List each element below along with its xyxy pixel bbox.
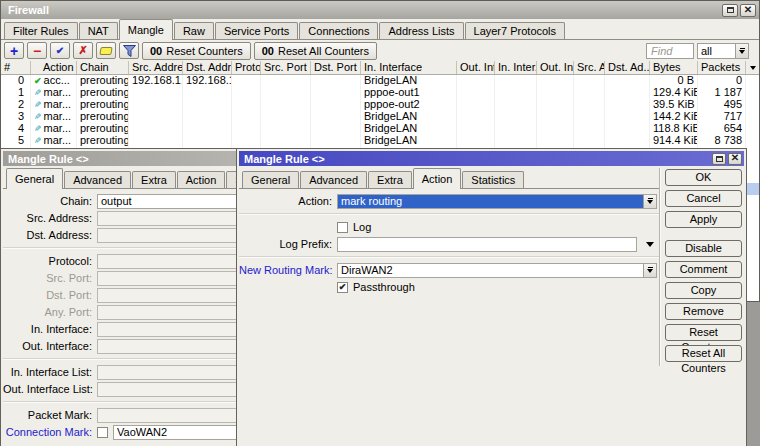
- tab-layer7-protocols[interactable]: Layer7 Protocols: [465, 22, 566, 39]
- dialog-buttons: OKCancelApplyDisableCommentCopyRemoveRes…: [661, 166, 744, 366]
- table-row[interactable]: 4✎mar...preroutingBridgeLAN118.8 KiB654: [1, 123, 759, 135]
- connection-mark-checkbox[interactable]: [97, 427, 108, 438]
- log-checkbox[interactable]: [337, 222, 348, 233]
- find-input[interactable]: [646, 43, 694, 59]
- action-text: mar...: [44, 135, 72, 146]
- maximize-button[interactable]: [712, 153, 726, 165]
- column-header-in-interface[interactable]: In. Interface: [361, 61, 457, 74]
- src-port-label: Src. Port:: [3, 272, 97, 284]
- tab-general[interactable]: General: [6, 168, 63, 189]
- column-header-in-inter[interactable]: In. Inter...: [495, 61, 537, 74]
- tab-extra[interactable]: Extra: [368, 171, 412, 188]
- accept-icon: ✔: [34, 77, 42, 86]
- action-label: Action:: [239, 195, 337, 207]
- tab-advanced[interactable]: Advanced: [300, 171, 367, 188]
- reset-all-counters-label: Reset All Counters: [278, 45, 369, 57]
- tab-advanced[interactable]: Advanced: [64, 171, 131, 188]
- column-header-dst-address[interactable]: Dst. Address: [183, 61, 232, 74]
- out-interface-list-label: Out. Interface List:: [3, 383, 97, 395]
- reset-counters-button[interactable]: Reset Counters: [665, 324, 742, 341]
- column-header-[interactable]: #: [1, 61, 31, 74]
- divider: [239, 256, 659, 258]
- tab-filter-rules[interactable]: Filter Rules: [4, 22, 78, 39]
- column-header-src-address[interactable]: Src. Address: [129, 61, 183, 74]
- dropdown-icon[interactable]: [643, 195, 656, 208]
- disable-icon: ✗: [78, 44, 87, 57]
- comment-button[interactable]: Comment: [665, 261, 742, 278]
- column-header-bytes[interactable]: Bytes: [650, 61, 698, 74]
- maximize-icon: [727, 7, 734, 13]
- maximize-button[interactable]: [722, 4, 738, 17]
- column-header-chain[interactable]: Chain: [77, 61, 129, 74]
- dropdown-icon[interactable]: [735, 44, 748, 58]
- comment-button[interactable]: [96, 42, 116, 59]
- column-header-proto[interactable]: Proto...: [232, 61, 261, 74]
- firewall-titlebar: Firewall ✕: [1, 1, 759, 19]
- column-header-src-ad[interactable]: Src. Ad...: [574, 61, 605, 74]
- new-routing-mark-value: DiraWAN2: [338, 264, 643, 277]
- table-row[interactable]: 1✎mar...preroutingpppoe-out1129.4 KiB1 1…: [1, 87, 759, 99]
- tab-service-ports[interactable]: Service Ports: [215, 22, 298, 39]
- column-header-out-int[interactable]: Out. Int...: [457, 61, 495, 74]
- tab-general[interactable]: General: [242, 171, 299, 188]
- passthrough-checkbox[interactable]: ✔: [337, 282, 348, 293]
- apply-button[interactable]: Apply: [665, 211, 742, 228]
- table-row[interactable]: 5✎mar...preroutingBridgeLAN914.4 KiB8 73…: [1, 135, 759, 147]
- mark-icon: ✎: [34, 101, 42, 110]
- column-header-dst-port[interactable]: Dst. Port: [311, 61, 361, 74]
- chevron-down-icon[interactable]: [646, 242, 654, 247]
- action-select[interactable]: mark routing: [337, 194, 657, 209]
- add-icon: +: [10, 44, 18, 58]
- disable-button[interactable]: Disable: [665, 240, 742, 257]
- column-header-packets[interactable]: Packets: [698, 61, 746, 74]
- add-button[interactable]: +: [4, 42, 24, 59]
- mark-icon: ✎: [34, 125, 42, 134]
- maximize-icon: [716, 156, 723, 162]
- copy-button[interactable]: Copy: [665, 282, 742, 299]
- log-label: Log: [353, 221, 371, 233]
- column-header-dst-ad[interactable]: Dst. Ad...: [605, 61, 650, 74]
- new-routing-mark-select[interactable]: DiraWAN2: [337, 263, 657, 278]
- column-header-src-port[interactable]: Src. Port: [261, 61, 311, 74]
- filter-button[interactable]: [119, 42, 139, 59]
- tab-mangle[interactable]: Mangle: [119, 19, 173, 40]
- dialog-form: GeneralAdvancedExtraActionStatistics Act…: [239, 166, 659, 366]
- tab-action[interactable]: Action: [177, 171, 226, 188]
- reset-counters-button[interactable]: 00 Reset Counters: [142, 42, 251, 60]
- ok-button[interactable]: OK: [665, 169, 742, 186]
- filter-scope-select[interactable]: all: [697, 43, 749, 59]
- any-port-label: Any. Port:: [3, 306, 97, 318]
- enable-button[interactable]: ✔: [50, 42, 70, 59]
- cancel-button[interactable]: Cancel: [665, 190, 742, 207]
- dialog-title: Mangle Rule <>: [8, 153, 89, 165]
- reset-all-counters-button[interactable]: 00 Reset All Counters: [254, 42, 377, 60]
- tab-extra[interactable]: Extra: [132, 171, 176, 188]
- reset-all-counters-button[interactable]: Reset All Counters: [665, 345, 742, 362]
- tab-statistics[interactable]: Statistics: [462, 171, 524, 188]
- column-filter-button[interactable]: [746, 61, 759, 74]
- tab-nat[interactable]: NAT: [79, 22, 118, 39]
- log-prefix-value: [338, 238, 636, 251]
- tab-raw[interactable]: Raw: [174, 22, 214, 39]
- remove-button[interactable]: Remove: [665, 303, 742, 320]
- tab-connections[interactable]: Connections: [299, 22, 378, 39]
- disable-button[interactable]: ✗: [73, 42, 93, 59]
- table-row[interactable]: 0✔acc...prerouting192.168.1....192.168.1…: [1, 75, 759, 87]
- table-row[interactable]: 3✎mar...preroutingBridgeLAN144.2 KiB717: [1, 111, 759, 123]
- table-row[interactable]: 2✎mar...preroutingpppoe-out239.5 KiB495: [1, 99, 759, 111]
- column-header-action[interactable]: Action: [31, 61, 77, 74]
- reset-counters-label: Reset Counters: [166, 45, 242, 57]
- dropdown-icon[interactable]: [643, 264, 656, 277]
- action-text: mar...: [44, 99, 72, 110]
- close-button[interactable]: ✕: [740, 4, 756, 17]
- close-button[interactable]: ✕: [728, 153, 742, 165]
- remove-button[interactable]: −: [27, 42, 47, 59]
- tab-action[interactable]: Action: [413, 168, 462, 189]
- packet-mark-label: Packet Mark:: [3, 409, 97, 421]
- enable-icon: ✔: [56, 45, 64, 56]
- passthrough-label: Passthrough: [353, 281, 415, 293]
- column-header-out-int[interactable]: Out. Int...: [537, 61, 574, 74]
- tab-address-lists[interactable]: Address Lists: [379, 22, 463, 39]
- log-prefix-input[interactable]: [337, 237, 637, 252]
- table-header: #ActionChainSrc. AddressDst. AddressProt…: [1, 61, 759, 75]
